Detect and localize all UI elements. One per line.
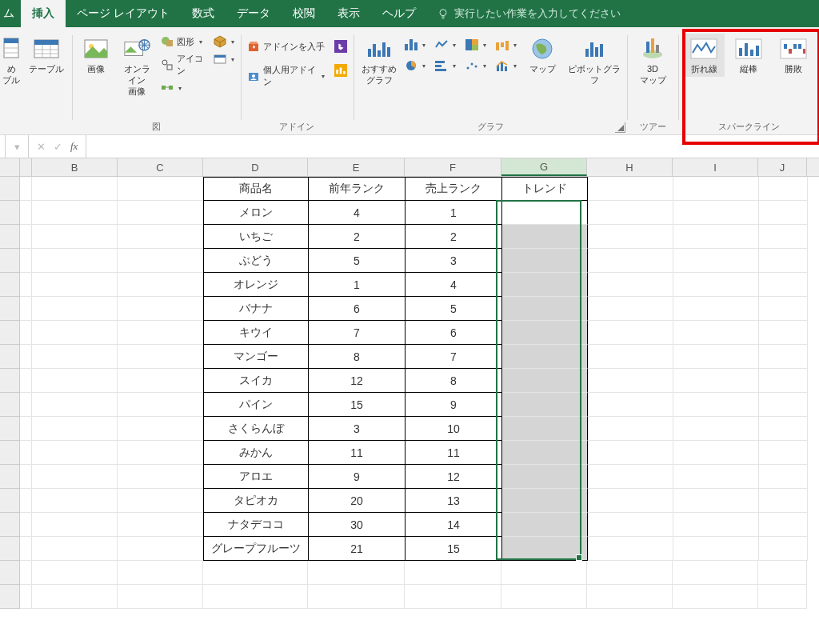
scatter-chart-button[interactable]: ▾ [464, 58, 488, 74]
cell[interactable] [588, 393, 673, 417]
cell[interactable] [588, 369, 673, 393]
cell[interactable] [588, 225, 673, 249]
cell[interactable] [588, 321, 673, 345]
cell[interactable] [673, 441, 759, 465]
cell[interactable]: 12 [406, 465, 502, 489]
combo-chart-button[interactable]: ▾ [494, 58, 518, 74]
row-header[interactable] [0, 369, 20, 393]
cell[interactable] [759, 369, 808, 393]
cell[interactable] [588, 537, 673, 561]
cell[interactable] [502, 297, 588, 321]
cell[interactable] [673, 345, 759, 369]
cell[interactable]: 1 [309, 273, 406, 297]
row-header[interactable] [0, 489, 20, 513]
cell[interactable] [502, 417, 588, 441]
cell[interactable] [32, 297, 118, 321]
cell[interactable] [32, 177, 118, 201]
cell[interactable] [758, 585, 807, 609]
cell[interactable]: 2 [406, 225, 502, 249]
cell[interactable] [588, 273, 673, 297]
column-chart-button[interactable]: ▾ [403, 37, 427, 53]
cell[interactable]: オレンジ [203, 273, 309, 297]
row-header[interactable] [0, 585, 20, 609]
cell[interactable] [759, 465, 808, 489]
cell[interactable]: 前年ランク [309, 177, 406, 201]
cell[interactable] [673, 201, 759, 225]
cell[interactable] [20, 225, 32, 249]
cell[interactable] [118, 465, 203, 489]
3d-models-button[interactable]: ▾ [212, 34, 236, 50]
cell[interactable]: 商品名 [203, 177, 309, 201]
cell[interactable] [32, 369, 118, 393]
get-addins-button[interactable]: アドインを入手 [246, 38, 326, 54]
cell[interactable] [588, 249, 673, 273]
tell-me[interactable]: 実行したい作業を入力してください [427, 0, 630, 27]
cell[interactable] [588, 345, 673, 369]
pivot-chart-button[interactable]: ピボットグラフ [566, 34, 622, 88]
cell[interactable]: スイカ [203, 369, 309, 393]
bing-maps-addin[interactable] [333, 38, 349, 54]
online-pictures-button[interactable]: オンライン 画像 [118, 34, 157, 98]
col-header[interactable]: G [501, 158, 587, 176]
cell[interactable]: 4 [406, 273, 502, 297]
cell[interactable] [759, 489, 808, 513]
cell[interactable] [118, 297, 203, 321]
cell[interactable] [759, 249, 808, 273]
cell[interactable] [118, 585, 203, 609]
select-all-corner[interactable] [0, 158, 20, 176]
cell[interactable]: みかん [203, 441, 309, 465]
cell[interactable] [20, 537, 32, 561]
cell[interactable]: 8 [406, 369, 502, 393]
row-header[interactable] [0, 177, 20, 201]
cell[interactable]: 4 [309, 201, 406, 225]
col-header[interactable]: J [758, 158, 807, 176]
cell[interactable] [20, 177, 32, 201]
cell[interactable] [759, 537, 808, 561]
sparkline-line-button[interactable]: 折れ線 [683, 34, 725, 77]
cell[interactable]: 12 [309, 369, 406, 393]
cell[interactable] [588, 441, 673, 465]
shapes-button[interactable]: 図形▾ [159, 34, 209, 50]
cell[interactable] [32, 321, 118, 345]
sparkline-winloss-button[interactable]: 勝敗 [773, 34, 814, 77]
cell[interactable] [588, 417, 673, 441]
cell[interactable]: 10 [406, 417, 502, 441]
sparkline-column-button[interactable]: 縦棒 [728, 34, 769, 77]
cell[interactable] [502, 321, 588, 345]
row-header[interactable] [0, 321, 20, 345]
cell[interactable]: ナタデココ [203, 513, 309, 537]
cell[interactable] [502, 273, 588, 297]
cell[interactable] [118, 345, 203, 369]
tab-page-layout[interactable]: ページ レイアウト [66, 0, 181, 27]
cell[interactable] [502, 225, 588, 249]
cell[interactable] [502, 345, 588, 369]
row-header[interactable] [0, 297, 20, 321]
my-addins-button[interactable]: 個人用アドイン▾ [246, 62, 326, 90]
cell[interactable] [20, 201, 32, 225]
cell[interactable] [118, 273, 203, 297]
cell[interactable]: 5 [309, 249, 406, 273]
row-header[interactable] [0, 273, 20, 297]
cell[interactable] [118, 201, 203, 225]
enter-icon[interactable]: ✓ [54, 141, 62, 153]
cell[interactable] [20, 393, 32, 417]
cell[interactable] [32, 345, 118, 369]
cell[interactable]: 6 [406, 321, 502, 345]
row-header[interactable] [0, 393, 20, 417]
row-header[interactable] [0, 417, 20, 441]
cell[interactable] [502, 537, 588, 561]
cell[interactable] [502, 489, 588, 513]
cell[interactable]: メロン [203, 201, 309, 225]
row-header[interactable] [0, 561, 20, 585]
cell[interactable] [32, 465, 118, 489]
cell[interactable] [588, 201, 673, 225]
cell[interactable] [759, 513, 808, 537]
tab-help[interactable]: ヘルプ [371, 0, 427, 27]
cell[interactable] [673, 585, 758, 609]
cell[interactable]: 13 [406, 489, 502, 513]
cell[interactable] [501, 561, 587, 585]
cell[interactable]: 11 [309, 441, 406, 465]
cell[interactable]: タピオカ [203, 489, 309, 513]
tab-data[interactable]: データ [226, 0, 282, 27]
cell[interactable] [20, 273, 32, 297]
